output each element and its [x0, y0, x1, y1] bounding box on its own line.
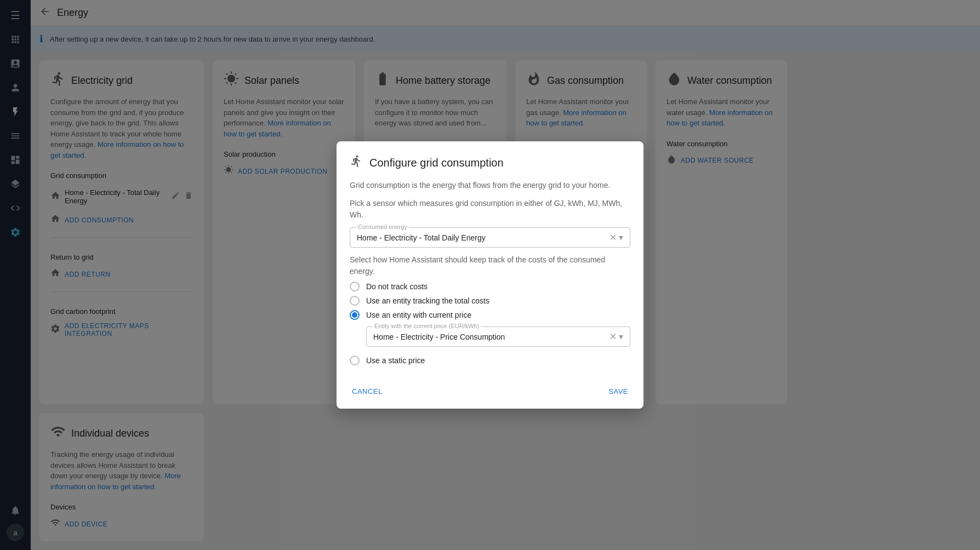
cancel-button[interactable]: CANCEL: [345, 383, 389, 400]
radio-no-track-label: Do not track costs: [366, 282, 428, 291]
radio-entity-total[interactable]: Use an entity tracking the total costs: [350, 296, 630, 306]
consumed-energy-label: Consumed energy: [356, 224, 409, 230]
cost-tracking-radio-group: Do not track costs Use an entity trackin…: [350, 282, 630, 365]
price-entity-value: Home - Electricity - Price Consumption: [373, 333, 609, 341]
radio-no-track[interactable]: Do not track costs: [350, 282, 630, 291]
consumed-energy-dropdown-button[interactable]: ▾: [619, 232, 623, 243]
radio-entity-total-label: Use an entity tracking the total costs: [366, 296, 489, 305]
price-entity-actions: ✕ ▾: [609, 331, 623, 342]
consumed-energy-actions: ✕ ▾: [609, 232, 623, 243]
dialog-header-icon: [350, 154, 363, 171]
radio-static-price[interactable]: Use a static price: [350, 356, 630, 365]
save-button[interactable]: SAVE: [602, 383, 635, 400]
dialog-header: Configure grid consumption: [337, 141, 643, 180]
dialog-desc2: Pick a sensor which measures grid consum…: [350, 198, 630, 221]
dialog-body: Grid consumption is the energy that flow…: [337, 180, 643, 379]
radio-entity-price-label: Use an entity with current price: [366, 311, 471, 319]
dialog-title: Configure grid consumption: [369, 157, 504, 169]
cost-desc: Select how Home Assistant should keep tr…: [350, 254, 630, 277]
price-entity-label: Entity with the current price (EUR/kWh): [372, 323, 481, 329]
price-entity-clear-button[interactable]: ✕: [609, 331, 617, 342]
radio-static-price-circle: [350, 356, 360, 365]
radio-entity-price-inner: [352, 312, 357, 318]
dialog-desc1: Grid consumption is the energy that flow…: [350, 180, 630, 191]
consumed-energy-clear-button[interactable]: ✕: [609, 232, 617, 243]
price-entity-dropdown-button[interactable]: ▾: [619, 331, 623, 342]
dialog-footer: CANCEL SAVE: [337, 379, 643, 409]
radio-entity-price-circle: [350, 310, 360, 320]
price-entity-field[interactable]: Entity with the current price (EUR/kWh) …: [366, 326, 630, 347]
consumed-energy-value: Home - Electricity - Total Daily Energy: [357, 233, 609, 242]
radio-entity-price[interactable]: Use an entity with current price: [350, 310, 630, 320]
configure-grid-dialog: Configure grid consumption Grid consumpt…: [337, 141, 643, 409]
radio-static-price-label: Use a static price: [366, 356, 425, 365]
dialog-overlay[interactable]: Configure grid consumption Grid consumpt…: [0, 0, 980, 550]
radio-entity-total-circle: [350, 296, 360, 306]
consumed-energy-field[interactable]: Consumed energy Home - Electricity - Tot…: [350, 227, 630, 248]
radio-no-track-circle: [350, 282, 360, 291]
price-entity-container: Entity with the current price (EUR/kWh) …: [366, 324, 630, 351]
